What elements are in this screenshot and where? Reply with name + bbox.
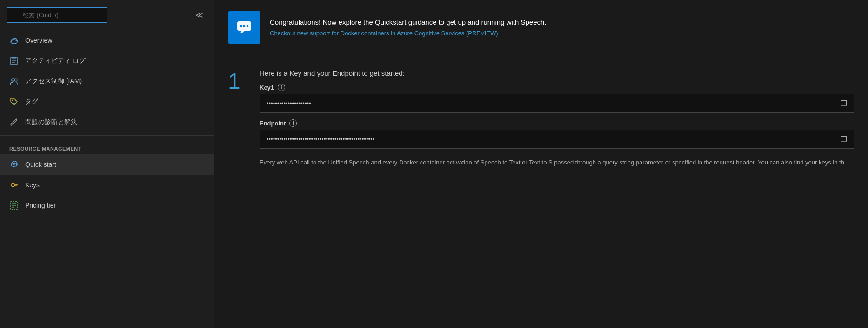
step-body: Here is a Key and your Endpoint to get s… — [260, 69, 854, 168]
search-input[interactable] — [7, 7, 107, 23]
sidebar-item-keys[interactable]: Keys — [0, 175, 214, 195]
sidebar-label-quickstart: Quick start — [25, 161, 56, 168]
svg-point-9 — [13, 103, 15, 105]
quickstart-icon — [9, 160, 19, 169]
key1-field: Key1 i ❐ — [260, 84, 854, 113]
content-area: 1 Here is a Key and your Endpoint to get… — [214, 55, 868, 182]
sidebar-label-iam: アクセス制御 (IAM) — [25, 77, 82, 85]
svg-point-5 — [12, 79, 14, 81]
sidebar-label-activity-log: アクティビティ ログ — [25, 57, 86, 65]
endpoint-input[interactable] — [260, 131, 834, 147]
svg-point-12 — [11, 183, 15, 187]
svg-point-8 — [15, 100, 17, 101]
endpoint-input-row: ❐ — [260, 130, 854, 149]
key1-info-icon[interactable]: i — [278, 84, 285, 91]
svg-point-7 — [12, 100, 13, 101]
key1-copy-button[interactable]: ❐ — [834, 94, 854, 112]
log-icon — [9, 56, 19, 66]
banner-text: Congratulations! Now explore the Quickst… — [270, 18, 547, 37]
sidebar-label-diagnose: 問題の診断と解決 — [25, 118, 77, 126]
svg-point-23 — [247, 25, 249, 27]
svg-point-21 — [240, 25, 242, 27]
wrench-icon — [9, 118, 19, 127]
tag-icon — [9, 97, 19, 106]
resource-management-header: RESOURCE MANAGEMENT — [0, 138, 214, 154]
iam-icon — [9, 77, 19, 86]
collapse-button[interactable]: ≪ — [192, 9, 207, 21]
banner: Congratulations! Now explore the Quickst… — [214, 0, 868, 55]
banner-title: Congratulations! Now explore the Quickst… — [270, 18, 547, 26]
key1-input-row: ❐ — [260, 94, 854, 113]
step1-section: 1 Here is a Key and your Endpoint to get… — [228, 69, 854, 168]
sidebar-item-iam[interactable]: アクセス制御 (IAM) — [0, 71, 214, 92]
sidebar-item-diagnose[interactable]: 問題の診断と解決 — [0, 112, 214, 132]
sidebar-label-pricing: Pricing tier — [25, 202, 56, 209]
sidebar-item-quickstart[interactable]: Quick start — [0, 154, 214, 175]
svg-point-22 — [243, 25, 246, 27]
sidebar-item-pricing[interactable]: Pricing tier — [0, 195, 214, 216]
sidebar-divider — [0, 135, 214, 136]
speech-icon — [228, 11, 260, 44]
step-description: Here is a Key and your Endpoint to get s… — [260, 69, 854, 77]
endpoint-info-icon[interactable]: i — [289, 119, 297, 127]
endpoint-field: Endpoint i ❐ — [260, 119, 854, 149]
sidebar-label-overview: Overview — [25, 37, 52, 44]
sidebar-item-overview[interactable]: Overview — [0, 30, 214, 51]
endpoint-copy-button[interactable]: ❐ — [834, 130, 854, 148]
search-bar-container: 🔍 ≪ — [0, 0, 214, 30]
body-text: Every web API call to the Unified Speech… — [260, 158, 854, 168]
pricing-icon — [9, 201, 19, 210]
banner-link[interactable]: Checkout new support for Docker containe… — [270, 30, 547, 37]
key-icon — [9, 180, 19, 190]
svg-point-6 — [14, 79, 17, 81]
sidebar-item-activity-log[interactable]: アクティビティ ログ — [0, 51, 214, 71]
svg-rect-2 — [12, 57, 16, 59]
sidebar-label-tags: タグ — [25, 98, 38, 106]
sidebar-item-tags[interactable]: タグ — [0, 92, 214, 112]
step-number: 1 — [228, 70, 247, 168]
endpoint-label: Endpoint i — [260, 119, 854, 127]
key1-label: Key1 i — [260, 84, 854, 91]
cloud-icon — [9, 36, 19, 45]
search-wrapper: 🔍 — [7, 7, 187, 23]
key1-input[interactable] — [260, 95, 834, 112]
svg-point-10 — [12, 124, 13, 125]
main-content: Congratulations! Now explore the Quickst… — [214, 0, 868, 328]
sidebar-label-keys: Keys — [25, 181, 40, 189]
sidebar: 🔍 ≪ Overview アクティビティ ログ — [0, 0, 214, 328]
